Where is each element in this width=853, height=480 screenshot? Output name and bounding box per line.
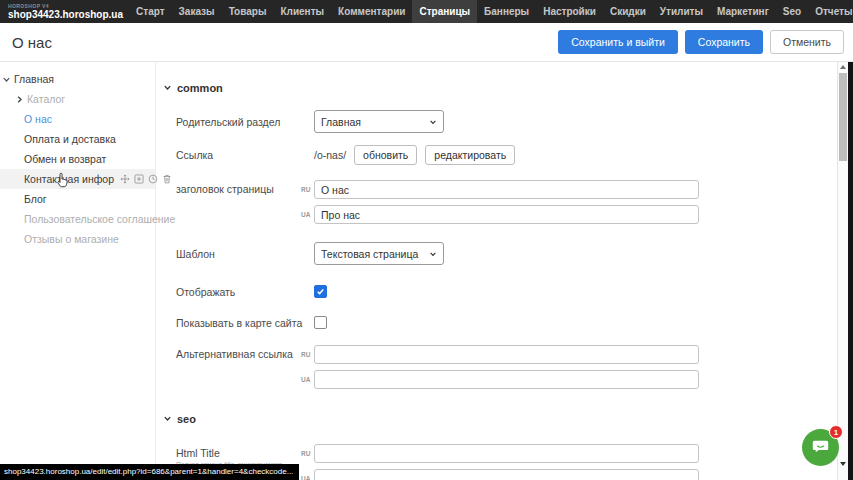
nav-item-pages[interactable]: Страницы [412,0,477,23]
chevron-down-icon [163,82,172,94]
nav-item-comments[interactable]: Комментарии [331,0,412,23]
sidebar-item-about[interactable]: О нас [0,109,155,129]
lang-tag-ru: RU [301,450,314,457]
sidebar-item-label: Контактная инфор [24,173,114,185]
chevron-down-icon [429,248,437,260]
lang-tag-ru: RU [301,351,314,358]
nav-item-marketing[interactable]: Маркетинг [710,0,776,23]
logo-version: HOROSHOP V4 [8,4,123,9]
tree-row-actions [120,174,172,184]
sidebar-item-label: Блог [24,193,47,205]
scroll-down-arrow-icon[interactable] [840,462,846,466]
delete-icon[interactable] [162,174,172,184]
lang-tag-ua: UA [301,475,314,480]
chat-bubble-icon [810,435,831,460]
alt-link-ua-line: UA [301,370,699,389]
nav-item-start[interactable]: Старт [129,0,172,23]
nav-item-settings[interactable]: Настройки [536,0,603,23]
link-path: /o-nas/ [314,149,346,161]
logo-domain: shop34423.horoshop.ua [8,10,123,20]
right-edge-strip [848,62,853,480]
display-label: Отображать [176,286,314,298]
sidebar-item-store-reviews[interactable]: Отзывы о магазине [0,229,155,249]
parent-section-select[interactable]: Главная [314,110,444,133]
sitemap-checkbox[interactable] [314,316,327,329]
vertical-scrollbar[interactable] [837,62,848,480]
scrollbar-thumb[interactable] [839,73,847,161]
sidebar-item-home[interactable]: Главная [0,69,155,89]
template-select[interactable]: Текстовая страница [314,242,444,265]
field-link: Ссылка /o-nas/ обновить редактировать [176,145,837,165]
template-value: Текстовая страница [321,248,418,260]
topbar: HOROSHOP V4 shop34423.horoshop.ua Старт … [0,0,853,23]
html-title-ru-input[interactable] [314,444,699,463]
page-header: О нас Сохранить и выйти Сохранить Отмени… [0,23,853,62]
nav-item-banners[interactable]: Баннеры [477,0,536,23]
page-title-ua-line: UA [301,205,699,224]
link-edit-button[interactable]: редактировать [425,145,515,165]
main-nav: Старт Заказы Товары Клиенты Комментарии … [129,0,853,23]
alt-link-ru-input[interactable] [314,345,699,364]
field-sitemap: Показывать в карте сайта [176,316,837,329]
sidebar-item-label: Каталог [27,93,65,105]
nav-item-products[interactable]: Товары [222,0,274,23]
nav-item-reports[interactable]: Отчеты [808,0,853,23]
template-label: Шаблон [176,248,314,260]
page-title-ua-input[interactable] [314,205,699,224]
field-page-title: заголовок страницы RU UA [176,180,837,224]
section-common[interactable]: common [163,82,837,94]
sidebar-item-label: Главная [14,73,54,85]
sidebar-item-label: Отзывы о магазине [24,233,119,245]
sidebar-item-label: О нас [24,113,52,125]
chevron-down-icon[interactable] [2,75,11,84]
field-template: Шаблон Текстовая страница [176,242,837,265]
link-label: Ссылка [176,149,314,161]
sidebar-item-label: Оплата и доставка [24,133,116,145]
clock-icon[interactable] [148,174,158,184]
alt-link-ua-input[interactable] [314,370,699,389]
html-title-ua-input[interactable] [314,469,699,480]
scroll-up-arrow-icon[interactable] [840,65,846,69]
sidebar-item-exchange-return[interactable]: Обмен и возврат [0,149,155,169]
sidebar-item-user-agreement[interactable]: Пользовательское соглашение [0,209,155,229]
chevron-down-icon [163,413,172,425]
sidebar-item-label: Пользовательское соглашение [24,213,175,225]
section-seo[interactable]: seo [163,413,837,425]
nav-item-orders[interactable]: Заказы [172,0,222,23]
alt-link-ru-line: RU [301,345,699,364]
page: HOROSHOP V4 shop34423.horoshop.ua Старт … [0,0,853,480]
html-title-ru-line: RU [301,444,699,463]
sidebar-item-payment-delivery[interactable]: Оплата и доставка [0,129,155,149]
sidebar-item-catalog[interactable]: Каталог [0,89,155,109]
sidebar-item-contact-info[interactable]: Контактная инфор [0,169,155,189]
chat-widget-button[interactable]: 1 [802,429,839,466]
field-parent-section: Родительский раздел Главная [176,110,837,133]
nav-item-clients[interactable]: Клиенты [273,0,331,23]
display-checkbox[interactable] [314,285,327,298]
cancel-button[interactable]: Отменить [770,30,844,54]
nav-item-seo[interactable]: Seo [776,0,808,23]
chevron-down-icon [429,116,437,128]
add-subpage-icon[interactable] [134,174,144,184]
save-button[interactable]: Сохранить [685,30,763,54]
alt-link-label: Альтернативная ссылка [176,345,301,360]
sidebar-item-blog[interactable]: Блог [0,189,155,209]
page-title: О нас [12,34,52,51]
nav-item-discounts[interactable]: Скидки [603,0,653,23]
header-buttons: Сохранить и выйти Сохранить Отменить [558,30,844,54]
page-edit-form: common Родительский раздел Главная Ссылк… [157,62,837,480]
field-display: Отображать [176,285,837,298]
link-update-button[interactable]: обновить [354,145,417,165]
field-alt-link: Альтернативная ссылка RU UA [176,345,837,389]
chevron-right-icon[interactable] [15,95,24,104]
chat-notification-badge: 1 [829,425,843,439]
nav-item-utilities[interactable]: Утилиты [653,0,710,23]
page-title-label: заголовок страницы [176,180,301,195]
move-icon[interactable] [120,174,130,184]
parent-section-label: Родительский раздел [176,116,314,128]
save-and-exit-button[interactable]: Сохранить и выйти [558,30,678,54]
logo[interactable]: HOROSHOP V4 shop34423.horoshop.ua [8,4,123,20]
page-title-ru-input[interactable] [314,180,699,199]
page-title-ru-line: RU [301,180,699,199]
html-title-ua-line: UA [301,469,699,480]
